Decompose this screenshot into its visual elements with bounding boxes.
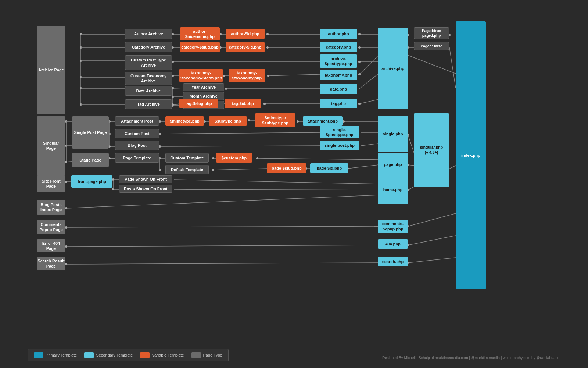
legend-variable-label: Variable Template xyxy=(152,353,184,357)
comments-popup-page-label: CommentsPopup Page xyxy=(39,222,63,233)
author-id-box: author-$id.php xyxy=(226,29,265,39)
comments-popup-php-label: comments-popup.php xyxy=(382,221,404,232)
year-archive-label: Year Archive xyxy=(191,85,216,90)
attachment-post-box: Attachment Post xyxy=(115,116,159,126)
author-archive-label: Author Archive xyxy=(134,31,163,36)
taxonomy-term-box: taxonomy-$taxonomy-$term.php xyxy=(179,69,223,82)
svg-point-2 xyxy=(80,33,82,35)
custom-template-label: Custom Template xyxy=(170,155,204,160)
page-id-box: page-$id.php xyxy=(310,163,348,173)
legend-pagetype-label: Page Type xyxy=(203,353,222,357)
single-post-page-box: Single Post Page xyxy=(72,116,109,149)
archive-posttype-label: archive-$posttype.php xyxy=(325,56,352,67)
singular-page-box: SingularPage xyxy=(37,116,65,175)
category-slug-label: category-$slug.php xyxy=(181,45,218,50)
svg-point-57 xyxy=(263,103,266,105)
svg-point-12 xyxy=(80,103,82,106)
svg-line-133 xyxy=(408,213,456,226)
search-php-label: search.php xyxy=(382,259,404,264)
custom-post-box: Custom Post xyxy=(115,129,159,138)
taxonomy-tax-label: taxonomy-$taxonomy.php xyxy=(232,70,262,81)
page-slug-label: page-$slug.php xyxy=(272,166,301,171)
tag-php-box: tag.php xyxy=(320,99,357,108)
blog-posts-index-label: Blog PostsIndex Page xyxy=(40,202,62,213)
svg-line-110 xyxy=(213,169,268,170)
custom-post-label: Custom Post xyxy=(125,131,150,136)
comments-popup-php-box: comments-popup.php xyxy=(378,220,408,233)
taxonomy-php-box: taxonomy.php xyxy=(320,70,357,80)
page-template-box: Page Template xyxy=(115,153,159,163)
paged-false-label: Paged: false xyxy=(421,44,442,49)
singular-php-label: singular.php(v 4.3+) xyxy=(420,145,443,155)
svg-line-125 xyxy=(174,180,379,184)
svg-point-19 xyxy=(266,33,269,35)
svg-line-139 xyxy=(66,263,379,264)
svg-line-108 xyxy=(257,158,379,160)
site-front-page-label: Site FrontPage xyxy=(42,178,60,189)
credit-text: Designed By Michelle Schulp of marktimem… xyxy=(382,356,560,360)
single-posttype-box: single-$posttype.php xyxy=(320,126,359,138)
author-php-label: author.php xyxy=(328,31,349,36)
author-id-label: author-$id.php xyxy=(231,31,259,36)
taxonomy-php-label: taxonomy.php xyxy=(325,72,352,78)
attachment-php-box: attachment.php xyxy=(303,116,343,126)
page-slug-box: page-$slug.php xyxy=(267,163,306,173)
svg-point-41 xyxy=(358,73,361,75)
svg-line-94 xyxy=(160,146,323,146)
paged-false-box: Paged: false xyxy=(414,42,449,50)
svg-point-109 xyxy=(256,157,258,159)
tag-slug-box: tag-$slug.php xyxy=(179,99,218,108)
svg-point-39 xyxy=(267,75,269,77)
legend-secondary-label: Secondary Template xyxy=(96,353,133,357)
category-php-box: category.php xyxy=(320,42,357,52)
page-shown-on-front-box: Page Shown On Front xyxy=(119,175,172,183)
site-front-page-box: Site FrontPage xyxy=(37,175,65,192)
custom-post-type-archive-label: Custom Post TypeArchive xyxy=(131,57,166,68)
author-nicename-label: author-$nicename.php xyxy=(185,29,215,39)
blog-post-box: Blog Post xyxy=(115,141,159,150)
singular-php-box: singular.php(v 4.3+) xyxy=(414,113,449,187)
page-shown-on-front-label: Page Shown On Front xyxy=(125,177,167,182)
custom-taxonomy-archive-label: Custom TaxonomyArchive xyxy=(130,73,166,84)
svg-point-90 xyxy=(343,120,345,123)
svg-line-38 xyxy=(268,74,320,76)
search-result-page-box: Search ResultPage xyxy=(37,257,65,270)
legend-variable-swatch xyxy=(140,352,150,358)
tag-slug-label: tag-$slug.php xyxy=(185,101,212,106)
error-404-page-box: Error 404Page xyxy=(37,239,65,252)
svg-point-45 xyxy=(172,96,174,98)
single-post-php-label: single-post.php xyxy=(325,143,355,148)
legend-pagetype-swatch xyxy=(191,352,201,358)
single-php-label: single.php xyxy=(383,131,403,137)
subtype-php-box: $subtype.php xyxy=(209,116,247,126)
category-id-box: category-$id.php xyxy=(226,42,265,52)
taxonomy-term-label: taxonomy-$taxonomy-$term.php xyxy=(180,70,222,81)
static-page-box: Static Page xyxy=(72,153,109,167)
page-php-label: page.php xyxy=(384,162,402,167)
page-template-label: Page Template xyxy=(123,155,151,160)
svg-point-104 xyxy=(159,169,161,171)
category-archive-box: Category Archive xyxy=(125,42,172,52)
legend: Primary Template Secondary Template Vari… xyxy=(28,349,229,361)
legend-primary-swatch xyxy=(34,352,43,358)
svg-line-114 xyxy=(348,165,379,169)
author-archive-box: Author Archive xyxy=(125,29,172,39)
svg-line-137 xyxy=(408,236,456,245)
category-slug-box: category-$slug.php xyxy=(180,42,220,52)
subtype-php-label: $subtype.php xyxy=(215,118,241,124)
date-php-label: date.php xyxy=(330,86,347,92)
archive-page-label: Archive Page xyxy=(38,67,64,72)
svg-line-91 xyxy=(160,132,323,134)
tag-php-label: tag.php xyxy=(331,101,346,106)
mime-subtype-php-box: $mimetype$subtype.php xyxy=(255,113,295,127)
svg-line-135 xyxy=(66,245,379,247)
svg-point-59 xyxy=(358,103,361,105)
single-post-page-label: Single Post Page xyxy=(74,130,107,135)
posts-shown-on-front-label: Posts Shown On Front xyxy=(124,186,168,191)
svg-point-33 xyxy=(358,61,361,63)
svg-point-50 xyxy=(225,88,227,90)
archive-posttype-box: archive-$posttype.php xyxy=(320,54,357,68)
tag-archive-label: Tag Archive xyxy=(137,102,160,107)
home-php-label: home.php xyxy=(383,187,403,192)
mimetype-php-label: $mimetype.php xyxy=(170,118,200,124)
